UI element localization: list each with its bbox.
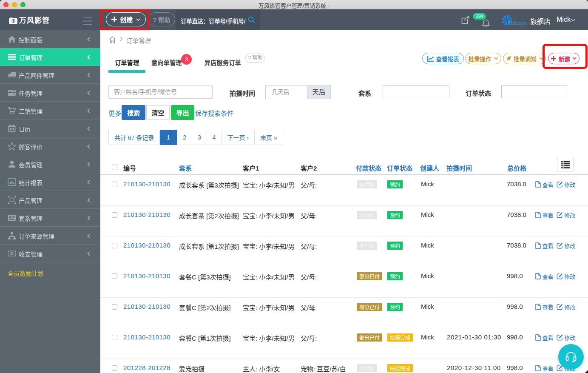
svg-text:BlueLemon: BlueLemon	[508, 20, 526, 26]
svg-text:$: $	[11, 252, 13, 255]
